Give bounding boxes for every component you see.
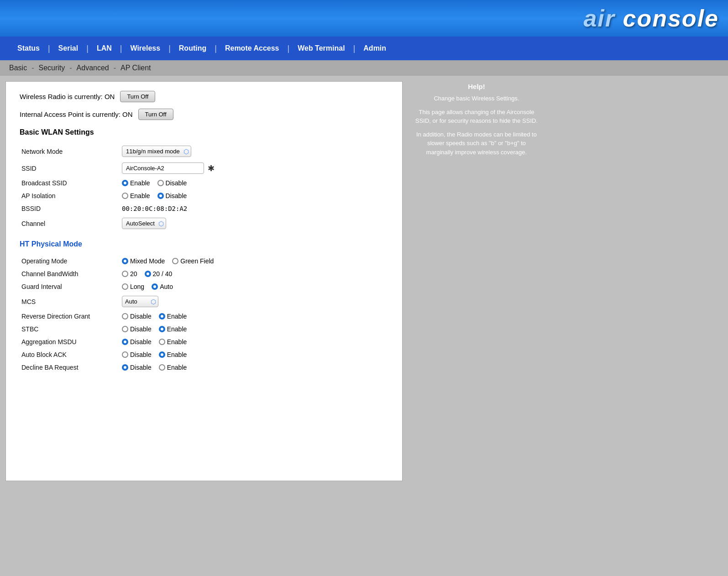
guard-long-radio[interactable] xyxy=(122,283,128,290)
subnav-sep-2: - xyxy=(69,64,72,72)
channel-select-wrapper: AutoSelect xyxy=(122,218,166,229)
aba-disable-label[interactable]: Disable xyxy=(122,351,152,358)
subnav-security[interactable]: Security xyxy=(38,64,65,72)
nav-lan[interactable]: LAN xyxy=(89,37,120,60)
broadcast-disable-label[interactable]: Disable xyxy=(157,179,187,187)
channel-bw-radio-group: 20 20 / 40 xyxy=(122,270,387,278)
operating-mode-row: Operating Mode Mixed Mode Green Field xyxy=(20,255,388,267)
nav-web-terminal[interactable]: Web Terminal xyxy=(289,37,353,60)
broadcast-disable-radio[interactable] xyxy=(157,180,164,186)
stbc-enable-text: Enable xyxy=(167,325,187,333)
subnav-basic[interactable]: Basic xyxy=(9,64,27,72)
subnav-sep-1: - xyxy=(31,64,34,72)
ap-disable-radio[interactable] xyxy=(157,193,164,199)
nav-status[interactable]: Status xyxy=(9,37,48,60)
stbc-radio-group: Disable Enable xyxy=(122,325,387,333)
guard-auto-label[interactable]: Auto xyxy=(152,283,173,290)
sub-nav: Basic - Security - Advanced - AP Client xyxy=(0,60,728,76)
network-mode-select[interactable]: 11b/g/n mixed mode xyxy=(122,146,191,157)
bssid-row: BSSID 00:20:0C:08:D2:A2 xyxy=(20,202,388,215)
rdg-row: Reverse Direction Grant Disable Enable xyxy=(20,310,388,323)
header: air console xyxy=(0,0,728,37)
network-mode-select-wrapper: 11b/g/n mixed mode xyxy=(122,146,191,157)
ap-enable-radio[interactable] xyxy=(122,193,128,199)
nav-sep-2: | xyxy=(86,44,89,53)
logo: air console xyxy=(583,5,719,32)
decline-enable-label[interactable]: Enable xyxy=(159,364,187,371)
network-mode-label: Network Mode xyxy=(20,143,120,160)
ssid-label: SSID xyxy=(20,160,120,177)
sidebar: Help! Change basic Wireless Settings. Th… xyxy=(408,76,545,487)
nav-sep-7: | xyxy=(353,44,356,53)
nav-sep-3: | xyxy=(120,44,122,53)
mixed-mode-label[interactable]: Mixed Mode xyxy=(122,257,165,265)
broadcast-enable-label[interactable]: Enable xyxy=(122,179,150,187)
decline-enable-text: Enable xyxy=(167,364,187,371)
nav-serial[interactable]: Serial xyxy=(50,37,87,60)
bssid-label: BSSID xyxy=(20,202,120,215)
nav-routing[interactable]: Routing xyxy=(171,37,215,60)
ssid-input[interactable] xyxy=(122,162,204,174)
agg-disable-radio[interactable] xyxy=(122,339,128,345)
decline-ba-label: Decline BA Request xyxy=(20,361,120,374)
rdg-radio-group: Disable Enable xyxy=(122,313,387,320)
basic-wlan-title: Basic WLAN Settings xyxy=(20,128,388,136)
ap-disable-label[interactable]: Disable xyxy=(157,192,187,199)
stbc-disable-text: Disable xyxy=(130,325,152,333)
stbc-disable-label[interactable]: Disable xyxy=(122,325,152,333)
subnav-sep-3: - xyxy=(114,64,116,72)
bw-20-40-label[interactable]: 20 / 40 xyxy=(145,270,173,278)
nav-wireless[interactable]: Wireless xyxy=(122,37,168,60)
bssid-value: 00:20:0C:08:D2:A2 xyxy=(122,205,187,212)
guard-auto-radio[interactable] xyxy=(152,283,158,290)
stbc-enable-label[interactable]: Enable xyxy=(159,325,187,333)
guard-interval-radio-group: Long Auto xyxy=(122,283,387,290)
ap-turn-off-button[interactable]: Turn Off xyxy=(138,109,173,120)
help-title: Help! xyxy=(415,83,538,90)
broadcast-enable-radio[interactable] xyxy=(122,180,128,186)
mixed-mode-radio[interactable] xyxy=(122,258,128,264)
mcs-select[interactable]: Auto xyxy=(122,296,158,307)
rdg-disable-radio[interactable] xyxy=(122,313,128,319)
main-layout: Wireless Radio is currently: ON Turn Off… xyxy=(0,76,728,487)
aba-disable-radio[interactable] xyxy=(122,351,128,358)
stbc-enable-radio[interactable] xyxy=(159,326,165,332)
nav-admin[interactable]: Admin xyxy=(355,37,394,60)
ap-enable-label[interactable]: Enable xyxy=(122,192,150,199)
agg-msdu-label: Aggregation MSDU xyxy=(20,335,120,348)
rdg-disable-label[interactable]: Disable xyxy=(122,313,152,320)
ht-settings-table: Operating Mode Mixed Mode Green Field xyxy=(20,255,388,374)
decline-disable-radio[interactable] xyxy=(122,364,128,371)
agg-enable-label[interactable]: Enable xyxy=(159,338,187,346)
agg-enable-radio[interactable] xyxy=(159,339,165,345)
guard-long-text: Long xyxy=(130,283,144,290)
bw-20-label[interactable]: 20 xyxy=(122,270,137,278)
rdg-enable-label[interactable]: Enable xyxy=(159,313,187,320)
ap-isolation-label: AP Isolation xyxy=(20,189,120,202)
aba-enable-radio[interactable] xyxy=(159,351,165,358)
nav-sep-6: | xyxy=(288,44,290,53)
subnav-ap-client[interactable]: AP Client xyxy=(120,64,151,72)
bw-20-40-text: 20 / 40 xyxy=(153,270,173,278)
green-field-label[interactable]: Green Field xyxy=(172,257,214,265)
green-field-radio[interactable] xyxy=(172,258,178,264)
guard-interval-row: Guard Interval Long Auto xyxy=(20,280,388,293)
bw-20-radio[interactable] xyxy=(122,271,128,277)
agg-disable-label[interactable]: Disable xyxy=(122,338,152,346)
nav-remote-access[interactable]: Remote Access xyxy=(217,37,288,60)
channel-select[interactable]: AutoSelect xyxy=(122,218,166,229)
rdg-label: Reverse Direction Grant xyxy=(20,310,120,323)
guard-auto-text: Auto xyxy=(160,283,173,290)
auto-block-ack-label: Auto Block ACK xyxy=(20,348,120,361)
wireless-turn-off-button[interactable]: Turn Off xyxy=(120,91,155,102)
decline-disable-label[interactable]: Disable xyxy=(122,364,152,371)
guard-long-label[interactable]: Long xyxy=(122,283,144,290)
help-text1: This page allows changing of the Aircons… xyxy=(415,108,538,126)
stbc-disable-radio[interactable] xyxy=(122,326,128,332)
rdg-enable-radio[interactable] xyxy=(159,313,165,319)
bw-20-40-radio[interactable] xyxy=(145,271,151,277)
decline-enable-radio[interactable] xyxy=(159,364,165,371)
ap-isolation-radio-group: Enable Disable xyxy=(122,192,387,199)
aba-enable-label[interactable]: Enable xyxy=(159,351,187,358)
subnav-advanced[interactable]: Advanced xyxy=(77,64,109,72)
